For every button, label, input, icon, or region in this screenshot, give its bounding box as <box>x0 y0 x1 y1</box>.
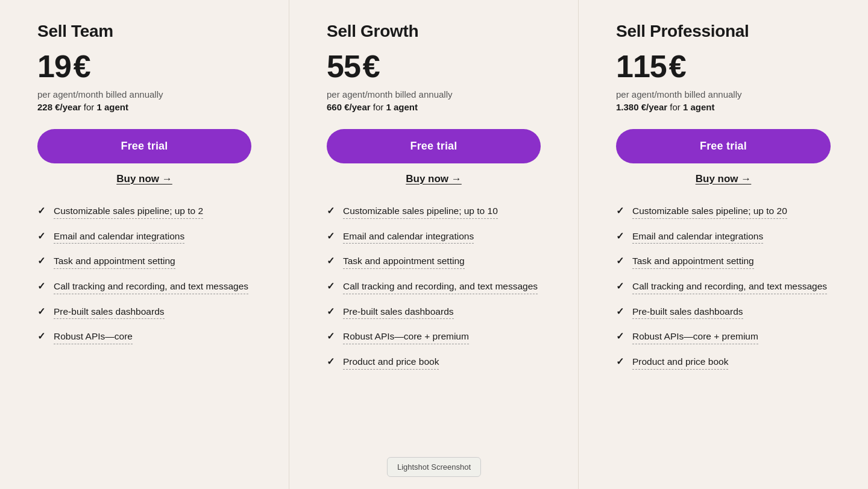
feature-text-team-4: Pre-built sales dashboards <box>54 305 165 320</box>
free-trial-button-professional[interactable]: Free trial <box>616 129 831 163</box>
feature-item-growth-4: ✓Pre-built sales dashboards <box>327 305 541 320</box>
feature-text-growth-4: Pre-built sales dashboards <box>343 305 454 320</box>
plan-card-team: Sell Team19 €per agent/month billed annu… <box>0 0 289 489</box>
feature-text-team-2: Task and appointment setting <box>54 254 175 269</box>
plan-billing-period-team: per agent/month billed annually <box>37 89 251 99</box>
plan-card-professional: Sell Professional115 €per agent/month bi… <box>579 0 868 489</box>
feature-text-growth-3: Call tracking and recording, and text me… <box>343 280 538 294</box>
feature-text-team-1: Email and calendar integrations <box>54 230 184 244</box>
plan-annual-price-professional: 1.380 €/year <box>616 102 667 112</box>
plan-annual-team: 228 €/year for 1 agent <box>37 102 251 112</box>
feature-text-professional-6: Product and price book <box>632 355 728 370</box>
feature-item-team-3: ✓Call tracking and recording, and text m… <box>37 280 251 294</box>
check-icon-team-1: ✓ <box>37 230 45 242</box>
buy-now-button-professional[interactable]: Buy now → <box>616 173 831 185</box>
feature-text-growth-6: Product and price book <box>343 355 439 370</box>
plan-name-team: Sell Team <box>37 22 251 41</box>
plan-price-row-team: 19 € <box>37 48 251 84</box>
free-trial-button-team[interactable]: Free trial <box>37 129 251 163</box>
feature-item-professional-5: ✓Robust APIs—core + premium <box>616 330 831 344</box>
plan-annual-professional: 1.380 €/year for 1 agent <box>616 102 831 112</box>
feature-text-professional-1: Email and calendar integrations <box>632 230 763 244</box>
pricing-grid: Sell Team19 €per agent/month billed annu… <box>0 0 868 489</box>
plan-billing-period-professional: per agent/month billed annually <box>616 89 831 99</box>
check-icon-professional-4: ✓ <box>616 306 624 317</box>
feature-item-team-0: ✓Customizable sales pipeline; up to 2 <box>37 204 251 219</box>
check-icon-professional-5: ✓ <box>616 330 624 342</box>
feature-item-growth-2: ✓Task and appointment setting <box>327 254 541 269</box>
plan-name-professional: Sell Professional <box>616 22 831 41</box>
check-icon-team-5: ✓ <box>37 330 45 342</box>
plan-price-row-professional: 115 € <box>616 48 831 84</box>
plan-price-professional: 115 <box>616 48 667 84</box>
check-icon-professional-1: ✓ <box>616 230 624 242</box>
features-list-growth: ✓Customizable sales pipeline; up to 10✓E… <box>327 204 541 370</box>
feature-item-professional-2: ✓Task and appointment setting <box>616 254 831 269</box>
plan-annual-agent-professional: 1 agent <box>683 102 715 112</box>
plan-price-growth: 55 <box>327 48 360 84</box>
plan-annual-price-team: 228 €/year <box>37 102 81 112</box>
plan-currency-team: € <box>74 48 91 84</box>
feature-item-growth-1: ✓Email and calendar integrations <box>327 230 541 244</box>
buy-now-button-team[interactable]: Buy now → <box>37 173 251 185</box>
free-trial-button-growth[interactable]: Free trial <box>327 129 541 163</box>
plan-price-team: 19 <box>37 48 71 84</box>
feature-text-team-5: Robust APIs—core <box>54 330 133 344</box>
feature-item-professional-6: ✓Product and price book <box>616 355 831 370</box>
plan-price-row-growth: 55 € <box>327 48 541 84</box>
plan-currency-growth: € <box>363 48 380 84</box>
feature-text-team-3: Call tracking and recording, and text me… <box>54 280 248 294</box>
feature-item-team-5: ✓Robust APIs—core <box>37 330 251 344</box>
plan-annual-growth: 660 €/year for 1 agent <box>327 102 541 112</box>
plan-annual-price-growth: 660 €/year <box>327 102 371 112</box>
plan-annual-agent-team: 1 agent <box>96 102 128 112</box>
check-icon-team-2: ✓ <box>37 255 45 267</box>
plan-billing-period-growth: per agent/month billed annually <box>327 89 541 99</box>
check-icon-growth-1: ✓ <box>327 230 335 242</box>
feature-item-growth-6: ✓Product and price book <box>327 355 541 370</box>
feature-item-professional-1: ✓Email and calendar integrations <box>616 230 831 244</box>
plan-currency-professional: € <box>669 48 687 84</box>
feature-text-professional-0: Customizable sales pipeline; up to 20 <box>632 204 787 219</box>
plan-name-growth: Sell Growth <box>327 22 541 41</box>
check-icon-professional-6: ✓ <box>616 356 624 367</box>
features-list-team: ✓Customizable sales pipeline; up to 2✓Em… <box>37 204 251 344</box>
check-icon-growth-2: ✓ <box>327 255 335 267</box>
feature-item-growth-5: ✓Robust APIs—core + premium <box>327 330 541 344</box>
feature-item-team-2: ✓Task and appointment setting <box>37 254 251 269</box>
check-icon-growth-6: ✓ <box>327 356 335 367</box>
feature-text-professional-3: Call tracking and recording, and text me… <box>632 280 827 294</box>
feature-item-professional-3: ✓Call tracking and recording, and text m… <box>616 280 831 294</box>
check-icon-professional-0: ✓ <box>616 205 624 216</box>
check-icon-growth-5: ✓ <box>327 330 335 342</box>
feature-item-team-1: ✓Email and calendar integrations <box>37 230 251 244</box>
check-icon-team-0: ✓ <box>37 205 45 216</box>
check-icon-team-4: ✓ <box>37 306 45 317</box>
feature-item-professional-0: ✓Customizable sales pipeline; up to 20 <box>616 204 831 219</box>
feature-item-team-4: ✓Pre-built sales dashboards <box>37 305 251 320</box>
feature-text-growth-2: Task and appointment setting <box>343 254 465 269</box>
feature-text-team-0: Customizable sales pipeline; up to 2 <box>54 204 203 219</box>
screenshot-badge: Lightshot Screenshot <box>387 457 481 477</box>
features-list-professional: ✓Customizable sales pipeline; up to 20✓E… <box>616 204 831 370</box>
plan-annual-agent-growth: 1 agent <box>386 102 418 112</box>
feature-text-growth-1: Email and calendar integrations <box>343 230 474 244</box>
feature-item-growth-0: ✓Customizable sales pipeline; up to 10 <box>327 204 541 219</box>
feature-text-professional-4: Pre-built sales dashboards <box>632 305 743 320</box>
feature-text-professional-2: Task and appointment setting <box>632 254 754 269</box>
buy-now-button-growth[interactable]: Buy now → <box>327 173 541 185</box>
check-icon-team-3: ✓ <box>37 280 45 292</box>
check-icon-professional-2: ✓ <box>616 255 624 267</box>
check-icon-growth-3: ✓ <box>327 280 335 292</box>
feature-text-growth-5: Robust APIs—core + premium <box>343 330 469 344</box>
plan-card-growth: Sell Growth55 €per agent/month billed an… <box>289 0 579 489</box>
check-icon-growth-4: ✓ <box>327 306 335 317</box>
check-icon-growth-0: ✓ <box>327 205 335 216</box>
feature-text-professional-5: Robust APIs—core + premium <box>632 330 758 344</box>
feature-text-growth-0: Customizable sales pipeline; up to 10 <box>343 204 498 219</box>
check-icon-professional-3: ✓ <box>616 280 624 292</box>
feature-item-professional-4: ✓Pre-built sales dashboards <box>616 305 831 320</box>
feature-item-growth-3: ✓Call tracking and recording, and text m… <box>327 280 541 294</box>
